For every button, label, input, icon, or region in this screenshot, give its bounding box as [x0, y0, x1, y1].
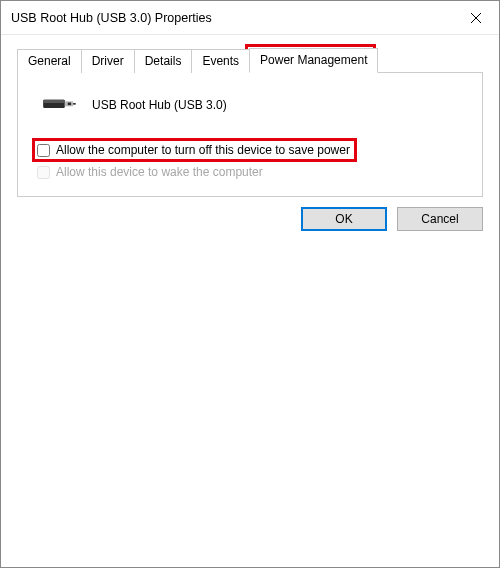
tab-details[interactable]: Details [134, 49, 193, 73]
highlight-box-option: Allow the computer to turn off this devi… [32, 138, 357, 162]
tab-driver[interactable]: Driver [81, 49, 135, 73]
option-row-turnoff: Allow the computer to turn off this devi… [32, 138, 468, 162]
tab-strip: General Driver Details Events Power Mana… [17, 47, 483, 72]
tab-control: General Driver Details Events Power Mana… [17, 47, 483, 197]
svg-rect-3 [43, 100, 65, 103]
tab-power-management[interactable]: Power Management [249, 48, 378, 73]
titlebar: USB Root Hub (USB 3.0) Properties [1, 1, 499, 35]
checkbox-allow-wake-label: Allow this device to wake the computer [56, 165, 263, 179]
client-area: General Driver Details Events Power Mana… [1, 35, 499, 567]
tab-events[interactable]: Events [191, 49, 250, 73]
usb-hub-icon [42, 93, 76, 116]
checkbox-allow-turnoff-label: Allow the computer to turn off this devi… [56, 143, 350, 157]
checkbox-allow-wake [37, 166, 50, 179]
checkbox-allow-turnoff[interactable] [37, 144, 50, 157]
dialog-buttons: OK Cancel [17, 197, 483, 231]
close-icon [471, 13, 481, 23]
cancel-button[interactable]: Cancel [397, 207, 483, 231]
device-header: USB Root Hub (USB 3.0) [32, 93, 468, 116]
ok-button[interactable]: OK [301, 207, 387, 231]
properties-dialog: USB Root Hub (USB 3.0) Properties Genera… [0, 0, 500, 568]
option-row-wake: Allow this device to wake the computer [32, 165, 468, 179]
svg-rect-5 [68, 103, 71, 106]
tab-general[interactable]: General [17, 49, 82, 73]
window-title: USB Root Hub (USB 3.0) Properties [11, 11, 453, 25]
close-button[interactable] [453, 1, 499, 35]
tab-panel-power-management: USB Root Hub (USB 3.0) Allow the compute… [17, 72, 483, 197]
device-name-label: USB Root Hub (USB 3.0) [92, 98, 227, 112]
